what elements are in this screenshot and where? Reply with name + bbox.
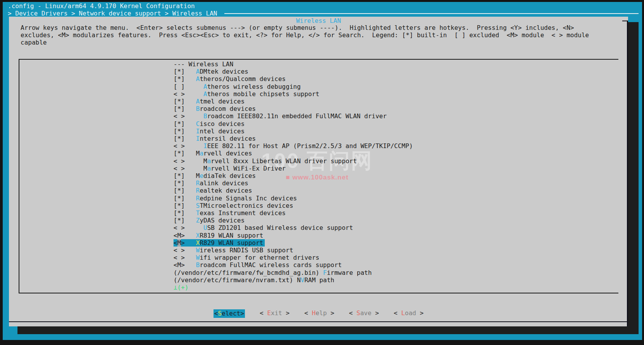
- hotkey-letter: A: [203, 83, 207, 90]
- menu-item[interactable]: [*] STMicroelectronics devices: [174, 202, 413, 209]
- hotkey-letter: T: [196, 209, 200, 217]
- hotkey-letter: a: [207, 165, 211, 172]
- hotkey-letter: A: [196, 68, 200, 75]
- menu-item[interactable]: [*] Atmel devices: [174, 98, 413, 105]
- window-title: .config - Linux/arm64 4.9.170 Kernel Con…: [8, 2, 195, 10]
- hotkey-letter: S: [196, 202, 200, 209]
- help-button[interactable]: < Help >: [304, 309, 334, 318]
- menu-item[interactable]: < > Marvell 8xxx Libertas WLAN driver su…: [174, 157, 413, 165]
- menu-item[interactable]: [*] Broadcom devices: [174, 105, 413, 112]
- menu-item[interactable]: [*] Cisco devices: [174, 120, 413, 128]
- menu-item[interactable]: < > Broadcom IEEE802.11n embedded FullMA…: [174, 112, 413, 120]
- menu-item-selected[interactable]: <M> XR829 WLAN support: [174, 239, 413, 247]
- menu-item[interactable]: (/vendor/etc/firmware/nvram.txt) NVRAM p…: [174, 276, 413, 284]
- menu-item[interactable]: [*] Realtek devices: [174, 187, 413, 194]
- menu-item[interactable]: [*] MediaTek devices: [174, 172, 413, 179]
- menu-item[interactable]: [*] Redpine Signals Inc devices: [174, 195, 413, 202]
- menu-item[interactable]: --- Wireless LAN: [174, 60, 413, 68]
- instructions-line-2: excludes, <M> modularizes features. Pres…: [21, 31, 589, 39]
- menu-item[interactable]: [*] ZyDAS devices: [174, 217, 413, 224]
- hotkey-letter: V: [301, 276, 305, 284]
- menu-item[interactable]: (/vendor/etc/firmware/fw_bcmdhd_ag.bin) …: [174, 269, 413, 276]
- hotkey-letter: X: [196, 232, 200, 239]
- hotkey-letter: R: [196, 187, 200, 194]
- dialog-right-border: [627, 21, 628, 326]
- menu-item[interactable]: < > Wireless RNDIS USB support: [174, 247, 413, 254]
- menu-items: --- Wireless LAN[*] ADMtek devices[*] At…: [19, 60, 413, 291]
- dialog-bottom-border: [9, 321, 628, 322]
- save-button[interactable]: < Save >: [349, 309, 379, 318]
- hotkey-letter: A: [196, 75, 200, 83]
- hotkey-letter: W: [196, 254, 200, 261]
- menu-item[interactable]: [ ] Atheros wireless debugging: [174, 83, 413, 90]
- hotkey-letter: C: [196, 120, 200, 128]
- instructions-line-3: capable: [21, 39, 47, 46]
- load-button[interactable]: < Load >: [394, 309, 424, 318]
- hotkey-letter: e: [200, 172, 203, 179]
- menu-item[interactable]: [*] ADMtek devices: [174, 68, 413, 75]
- menu-item[interactable]: <M> Broadcom FullMAC wireless cards supp…: [174, 261, 413, 269]
- hotkey-letter: R: [196, 179, 200, 187]
- scroll-more-indicator: ⊥(+): [174, 284, 413, 291]
- cursor-cell: M: [177, 239, 181, 247]
- hotkey-letter: W: [196, 247, 200, 254]
- menu-item[interactable]: < > USB ZD1201 based Wireless device sup…: [174, 224, 413, 231]
- menu-listbox: 100 百问网 ■ www.100ask.net --- Wireless LA…: [19, 59, 618, 293]
- instructions-line-1: Arrow keys navigate the menu. <Enter> se…: [21, 24, 574, 31]
- hotkey-letter: B: [196, 105, 200, 112]
- menu-item[interactable]: <M> XR819 WLAN support: [174, 232, 413, 239]
- hotkey-letter: Z: [196, 217, 200, 224]
- menu-item[interactable]: [*] Atheros/Qualcomm devices: [174, 75, 413, 83]
- menu-item[interactable]: [*] Texas Instrument devices: [174, 209, 413, 217]
- hotkey-letter: R: [196, 195, 200, 202]
- hotkey-letter: I: [196, 135, 200, 142]
- hotkey-letter: B: [196, 261, 200, 269]
- hotkey-letter: I: [203, 142, 207, 150]
- breadcrumb-rule: [224, 13, 639, 14]
- hotkey-letter: a: [200, 150, 203, 157]
- menu-item[interactable]: < > IEEE 802.11 for Host AP (Prism2/2.5/…: [174, 142, 413, 150]
- hotkey-letter: a: [207, 157, 211, 165]
- hotkey-letter: F: [323, 269, 327, 276]
- hotkey-letter: B: [203, 112, 207, 120]
- menu-item[interactable]: < > Atheros mobile chipsets support: [174, 90, 413, 98]
- menu-item[interactable]: [*] Ralink devices: [174, 179, 413, 187]
- dialog-title: Wireless LAN: [9, 17, 628, 24]
- hotkey-letter: U: [203, 224, 207, 231]
- config-dialog: Wireless LAN Arrow keys navigate the men…: [9, 17, 628, 326]
- hotkey-letter: A: [196, 98, 200, 105]
- menu-item[interactable]: [*] Intersil devices: [174, 135, 413, 142]
- select-button[interactable]: <Select>: [214, 309, 245, 318]
- menu-item[interactable]: [*] Marvell devices: [174, 150, 413, 157]
- menu-item[interactable]: [*] Intel devices: [174, 128, 413, 135]
- menu-item[interactable]: < > Wifi wrapper for ethernet drivers: [174, 254, 413, 261]
- menu-item[interactable]: < > Marvell WiFi-Ex Driver: [174, 165, 413, 172]
- hotkey-letter: A: [203, 90, 207, 98]
- exit-button[interactable]: < Exit >: [260, 309, 290, 318]
- hotkey-letter: I: [196, 128, 200, 135]
- dialog-buttons: <Select>< Exit >< Help >< Save >< Load >: [9, 309, 628, 318]
- breadcrumb: > Device Drivers > Network device suppor…: [8, 10, 221, 17]
- hotkey-letter: X: [196, 239, 200, 247]
